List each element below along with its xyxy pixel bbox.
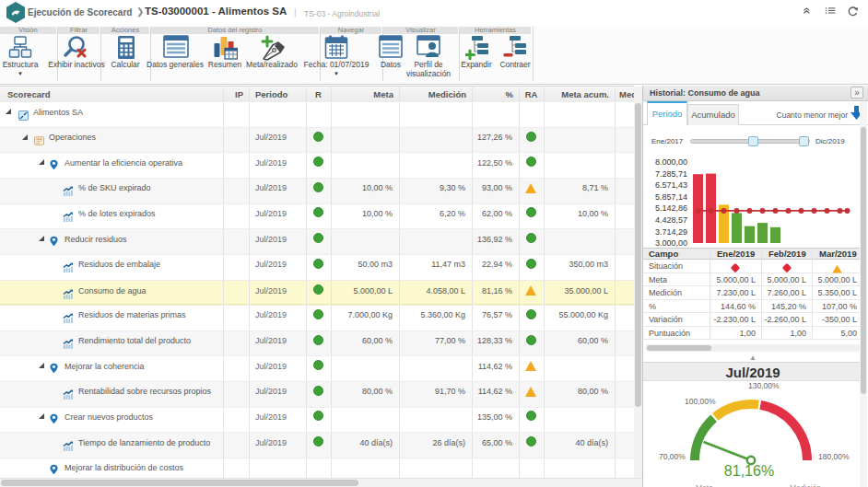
svg-text:5.857,14: 5.857,14 [655,192,687,202]
svg-text:3.714,29: 3.714,29 [655,227,687,237]
svg-text:5.142,86: 5.142,86 [655,203,687,213]
svg-text:3.000,00: 3.000,00 [655,238,687,248]
svg-text:6.571,43: 6.571,43 [655,180,687,190]
svg-text:4.428,57: 4.428,57 [655,215,687,225]
svg-text:8.000,00: 8.000,00 [655,157,687,167]
svg-text:7.285,71: 7.285,71 [655,169,687,179]
